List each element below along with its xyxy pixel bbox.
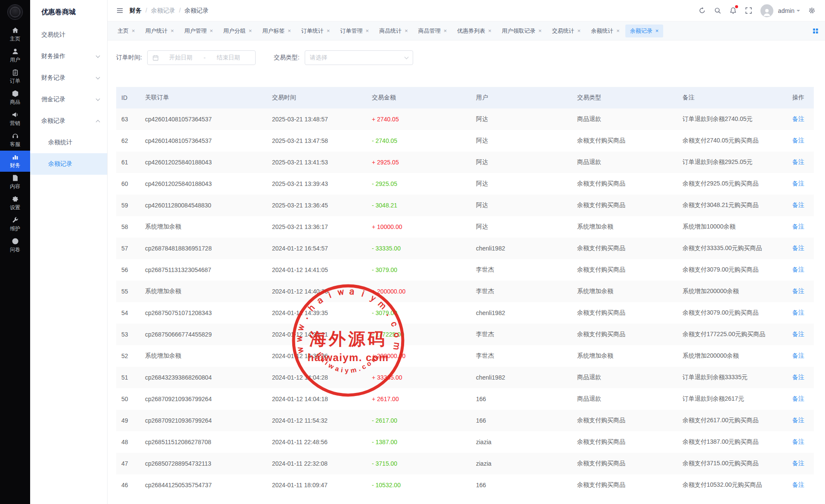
menu-label: 余额记录 [41, 117, 65, 125]
column-header-id: ID [116, 87, 140, 108]
menu-item-finance-records[interactable]: 财务记录 [30, 67, 107, 89]
remark-action-link[interactable]: 备注 [792, 223, 804, 230]
menu-item-commission-records[interactable]: 佣金记录 [30, 89, 107, 110]
cell-id: 51 [116, 367, 140, 388]
tab-close-icon[interactable] [327, 28, 330, 34]
nav-label: 订单 [10, 77, 20, 85]
remark-action-link[interactable]: 备注 [792, 309, 804, 316]
nav-item-home[interactable]: 主页 [0, 24, 30, 45]
remark-action-link[interactable]: 备注 [792, 115, 804, 122]
menu-item-balance-records[interactable]: 余额记录 [30, 153, 107, 175]
tab-close-icon[interactable] [171, 28, 174, 34]
cell-user: 166 [471, 388, 572, 410]
remark-action-link[interactable]: 备注 [792, 244, 804, 251]
tab-close-icon[interactable] [538, 28, 542, 34]
remark-action-link[interactable]: 备注 [792, 481, 804, 488]
tab[interactable]: 订单统计 [297, 25, 335, 37]
cell-amount: - 3048.21 [367, 195, 471, 216]
tab[interactable]: 用户领取记录 [497, 25, 547, 37]
tab-close-icon[interactable] [488, 28, 491, 34]
remark-action-link[interactable]: 备注 [792, 438, 804, 445]
tab[interactable]: 用户标签 [257, 25, 296, 37]
nav-item-survey[interactable]: 问卷 [0, 235, 30, 256]
cell-order: cp268751131323054687 [140, 259, 267, 281]
date-range-input[interactable]: 开始日期 - 结束日期 [147, 50, 256, 65]
content-icon [12, 174, 19, 182]
nav-item-goods[interactable]: 商品 [0, 87, 30, 108]
tab[interactable]: 用户管理 [179, 25, 218, 37]
remark-action-link[interactable]: 备注 [792, 374, 804, 380]
tab-close-icon[interactable] [616, 28, 620, 34]
collapse-menu-icon[interactable] [116, 7, 124, 14]
tab-close-icon[interactable] [132, 28, 135, 34]
nav-item-settings[interactable]: 设置 [0, 193, 30, 214]
cell-id: 46 [116, 474, 140, 496]
fullscreen-icon[interactable] [745, 7, 752, 14]
tab[interactable]: 交易统计 [547, 25, 586, 37]
remark-action-link[interactable]: 备注 [792, 331, 804, 337]
remark-action-link[interactable]: 备注 [792, 158, 804, 165]
remark-action-link[interactable]: 备注 [792, 288, 804, 294]
wrench-icon [12, 216, 19, 224]
avatar[interactable] [760, 4, 773, 17]
layout-grid-icon[interactable] [812, 28, 819, 34]
tab[interactable]: 余额统计 [586, 25, 624, 37]
nav-item-content[interactable]: 内容 [0, 172, 30, 193]
remark-action-link[interactable]: 备注 [792, 352, 804, 359]
user-menu[interactable]: admin [778, 7, 800, 14]
tab[interactable]: 用户分组 [219, 25, 257, 37]
remark-action-link[interactable]: 备注 [792, 460, 804, 467]
cell-amount: - 3715.00 [367, 453, 471, 474]
remark-action-link[interactable]: 备注 [792, 417, 804, 424]
tab-close-icon[interactable] [578, 28, 581, 34]
cell-amount: - 2925.05 [367, 173, 471, 195]
tab-label: 余额记录 [630, 27, 652, 35]
remark-action-link[interactable]: 备注 [792, 395, 804, 402]
search-icon[interactable] [714, 7, 721, 14]
nav-item-service[interactable]: 客服 [0, 130, 30, 151]
calendar-icon [152, 55, 159, 61]
nav-item-orders[interactable]: 订单 [0, 66, 30, 87]
tab-close-icon[interactable] [249, 28, 252, 34]
tab[interactable]: 优惠券列表 [452, 25, 496, 37]
tab-close-icon[interactable] [655, 28, 659, 34]
cell-remark: 余额支付3715.00元购买商品 [677, 453, 787, 474]
tab-close-icon[interactable] [287, 28, 291, 34]
tab-close-icon[interactable] [366, 28, 369, 34]
refresh-icon[interactable] [698, 7, 706, 14]
tab[interactable]: 商品管理 [414, 25, 452, 37]
tab[interactable]: 用户统计 [141, 25, 179, 37]
transaction-type-select[interactable]: 请选择 [305, 50, 413, 65]
tab[interactable]: 订单管理 [336, 25, 374, 37]
remark-action-link[interactable]: 备注 [792, 201, 804, 208]
menu-item-balance-stats[interactable]: 余额统计 [30, 132, 107, 153]
nav-item-maintain[interactable]: 维护 [0, 214, 30, 235]
tab-close-icon[interactable] [444, 28, 447, 34]
menu-item-transaction-stats[interactable]: 交易统计 [30, 24, 107, 46]
cell-amount: - 2617.00 [367, 410, 471, 431]
menu-item-balance-records-group[interactable]: 余额记录 [30, 110, 107, 132]
nav-item-finance[interactable]: 财务 [0, 151, 30, 172]
nav-item-marketing[interactable]: 营销 [0, 108, 30, 130]
tab-close-icon[interactable] [405, 28, 408, 34]
remark-action-link[interactable]: 备注 [792, 180, 804, 187]
cell-type: 余额支付购买商品 [572, 173, 677, 195]
tab-close-icon[interactable] [210, 28, 213, 34]
cell-user: 阿达 [471, 195, 572, 216]
menu-item-finance-ops[interactable]: 财务操作 [30, 46, 107, 67]
tab[interactable]: 余额记录 [625, 25, 664, 37]
cell-remark: 余额支付10532.00元购买商品 [677, 474, 787, 496]
cell-amount: - 3079.00 [367, 259, 471, 281]
nav-item-users[interactable]: 用户 [0, 45, 30, 66]
remark-action-link[interactable]: 备注 [792, 266, 804, 273]
settings-gear-icon[interactable] [808, 7, 816, 14]
cell-id: 55 [116, 281, 140, 302]
table-row: 58 系统增加余额 2025-03-21 13:36:17 + 10000.00… [116, 216, 814, 238]
secondary-sidebar: 优惠卷商城 交易统计 财务操作 财务记录 佣金记录 余额记录 余额统计 余额记录 [30, 0, 108, 504]
remark-action-link[interactable]: 备注 [792, 137, 804, 144]
tab[interactable]: 主页 [113, 25, 140, 37]
menu-label: 财务操作 [41, 53, 65, 60]
tab[interactable]: 商品统计 [374, 25, 413, 37]
cell-id: 57 [116, 238, 140, 259]
notifications-bell-icon[interactable] [729, 7, 737, 14]
